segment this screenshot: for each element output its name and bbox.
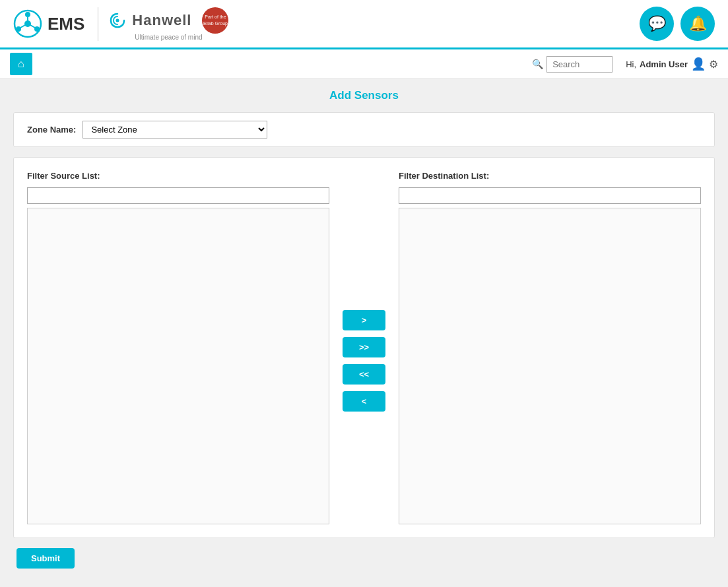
page-title: Add Sensors <box>13 89 715 102</box>
ems-text: EMS <box>48 14 84 34</box>
search-icon: 🔍 <box>532 59 543 69</box>
svg-point-1 <box>24 20 31 27</box>
search-input[interactable] <box>546 56 612 73</box>
header-right: 💬 🔔 <box>640 7 715 41</box>
hanwell-name: Hanwell <box>132 12 191 29</box>
move-right-all-button[interactable]: >> <box>343 337 385 357</box>
source-list-section: Filter Source List: <box>27 171 329 524</box>
header-top: EMS Hanwell Part of theEllab Group Ultim… <box>0 0 728 49</box>
user-icon: 👤 <box>691 57 706 71</box>
ellab-badge: Part of theEllab Group <box>202 7 228 34</box>
nav-bar: ⌂ 🔍 Hi, Admin User 👤 ⚙ <box>0 49 728 79</box>
transfer-buttons: > >> << < <box>336 310 392 412</box>
hanwell-tagline: Ultimate peace of mind <box>135 34 202 41</box>
lists-container: Filter Source List: > >> << < Filter Des… <box>27 171 701 524</box>
source-list-label: Filter Source List: <box>27 171 329 181</box>
destination-list-section: Filter Destination List: <box>399 171 701 524</box>
destination-filter-input[interactable] <box>399 187 701 204</box>
destination-list-label: Filter Destination List: <box>399 171 701 181</box>
ems-icon <box>13 9 42 38</box>
zone-name-label: Zone Name: <box>27 125 76 135</box>
hanwell-swirl-icon <box>108 11 127 30</box>
search-area: 🔍 <box>532 56 612 73</box>
zone-select[interactable]: Select Zone <box>83 121 267 139</box>
ellab-text: Part of theEllab Group <box>203 14 228 26</box>
submit-area: Submit <box>13 548 715 569</box>
hi-text: Hi, <box>626 59 636 69</box>
chat-icon: 💬 <box>648 15 666 32</box>
home-icon: ⌂ <box>18 58 24 69</box>
svg-point-8 <box>116 18 119 22</box>
home-button[interactable]: ⌂ <box>10 53 32 75</box>
user-name: Admin User <box>640 59 688 69</box>
user-area: Hi, Admin User 👤 ⚙ <box>626 57 718 71</box>
ems-logo: EMS <box>13 9 84 38</box>
logo-area: EMS Hanwell Part of theEllab Group Ultim… <box>13 7 228 41</box>
hanwell-logo: Hanwell Part of theEllab Group Ultimate … <box>98 7 228 41</box>
move-right-one-button[interactable]: > <box>343 310 385 330</box>
submit-button[interactable]: Submit <box>17 548 75 569</box>
source-filter-input[interactable] <box>27 187 329 204</box>
svg-line-7 <box>20 25 25 28</box>
source-list-box[interactable] <box>27 208 329 524</box>
settings-icon[interactable]: ⚙ <box>709 58 718 71</box>
zone-selector-bar: Zone Name: Select Zone <box>13 112 715 147</box>
move-left-one-button[interactable]: < <box>343 391 385 412</box>
bell-icon: 🔔 <box>689 15 707 32</box>
notifications-button[interactable]: 🔔 <box>680 7 715 41</box>
chat-button[interactable]: 💬 <box>640 7 674 41</box>
destination-list-box[interactable] <box>399 208 701 524</box>
move-left-all-button[interactable]: << <box>343 364 385 385</box>
svg-line-6 <box>30 25 35 28</box>
main-panel: Filter Source List: > >> << < Filter Des… <box>13 157 715 538</box>
page-content: Add Sensors Zone Name: Select Zone Filte… <box>0 79 728 578</box>
svg-point-2 <box>25 12 30 17</box>
